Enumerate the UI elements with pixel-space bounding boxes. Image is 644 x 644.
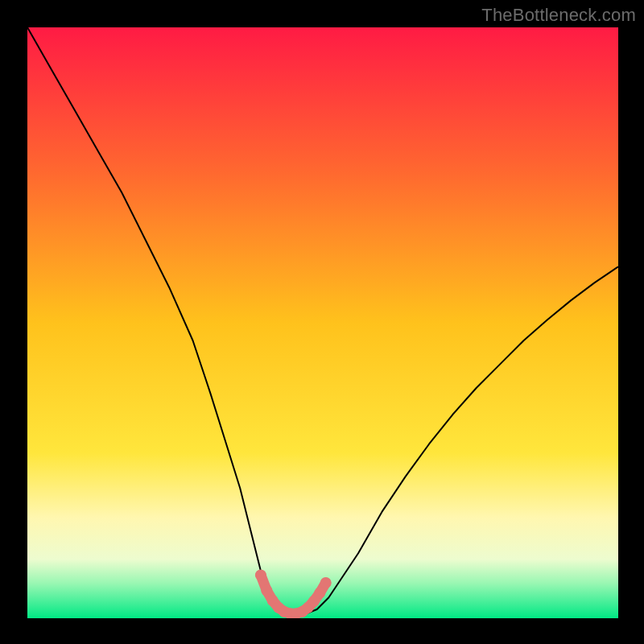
chart-frame: TheBottleneck.com [0, 0, 644, 644]
marker-valley-highlight [261, 585, 272, 597]
marker-valley-highlight [255, 569, 266, 580]
chart-plot-area [27, 27, 618, 618]
chart-svg [27, 27, 618, 618]
watermark-text: TheBottleneck.com [481, 5, 636, 26]
chart-background [27, 27, 618, 618]
marker-valley-highlight [320, 577, 332, 588]
marker-valley-highlight [314, 587, 325, 598]
